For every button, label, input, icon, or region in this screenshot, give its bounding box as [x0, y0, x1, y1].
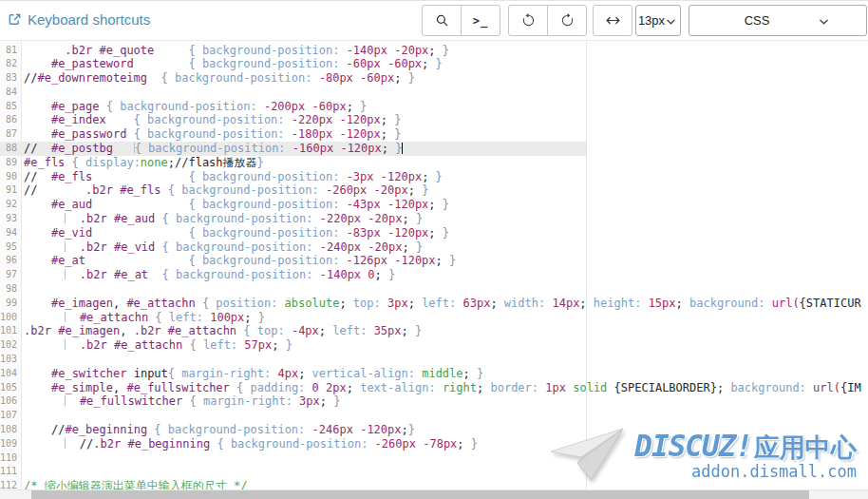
code-line[interactable]: 98: [0, 282, 868, 297]
chevron-down-icon: [667, 19, 675, 25]
code-line[interactable]: 100 #e_attachn { left: 100px; }: [0, 311, 868, 325]
horizontal-scrollbar-thumb[interactable]: [31, 490, 809, 499]
line-content: #e_index { background-position: -220px -…: [21, 113, 868, 127]
code-line[interactable]: 86 #e_index { background-position: -220p…: [0, 113, 868, 127]
line-number: 100: [0, 311, 21, 325]
syntax-select[interactable]: CSS: [689, 5, 867, 36]
code-line[interactable]: 99 #e_imagen, #e_attachn { position: abs…: [0, 297, 868, 311]
code-line[interactable]: 108 //#e_beginning { background-position…: [0, 423, 868, 437]
line-content: #e_page { background-position: -200px -6…: [21, 100, 868, 114]
external-link-icon: [8, 12, 22, 27]
code-line[interactable]: 87 #e_password { background-position: -1…: [0, 127, 868, 142]
font-size-value: 13px: [638, 13, 665, 28]
line-content: .b2r #e_vid { background-position: -240p…: [21, 240, 868, 255]
code-line[interactable]: 96 #e_at { background-position: -126px -…: [0, 254, 868, 268]
code-line[interactable]: 90// #e_fls { background-position: -3px …: [0, 170, 868, 184]
line-content: #e_vid { background-position: -83px -120…: [21, 226, 868, 240]
syntax-value: CSS: [745, 13, 770, 28]
line-content: #e_fullswitcher { margin-right: 3px; }: [21, 394, 868, 409]
line-content: #e_simple, #e_fullswitcher { padding: 0 …: [21, 381, 868, 395]
line-content: .b2r #e_attachn { left: 57px; }: [21, 338, 868, 353]
line-number: 97: [0, 268, 21, 282]
code-editor-panel: Keyboard shortcuts >_: [0, 0, 868, 499]
terminal-button[interactable]: >_: [461, 5, 500, 36]
line-number: 101: [0, 324, 21, 338]
line-number: 83: [0, 71, 21, 86]
line-content: .b2r #e_at { background-position: -140px…: [21, 268, 868, 282]
text-cursor: [402, 143, 403, 154]
line-number: 90: [0, 170, 21, 184]
search-button[interactable]: [422, 5, 462, 36]
code-editor[interactable]: 81 .b2r #e_quote { background-position: …: [0, 41, 868, 499]
line-number: 81: [0, 44, 21, 58]
undo-button[interactable]: [508, 5, 548, 36]
line-number: 84: [0, 86, 21, 100]
line-content: .b2r #e_aud { background-position: -220p…: [21, 212, 868, 226]
code-line[interactable]: 106 #e_fullswitcher { margin-right: 3px;…: [0, 394, 868, 409]
line-content: // #e_fls { background-position: -3px -1…: [21, 170, 868, 184]
code-line[interactable]: 93 .b2r #e_aud { background-position: -2…: [0, 212, 868, 226]
code-line[interactable]: 92 #e_aud { background-position: -43px -…: [0, 198, 868, 212]
line-number: 107: [0, 409, 21, 423]
line-content: #e_fls { display:none;//flash播放器}: [21, 156, 868, 170]
line-content: // .b2r #e_fls { background-position: -2…: [21, 183, 868, 198]
line-number: 85: [0, 100, 21, 114]
code-line[interactable]: 107: [0, 409, 868, 423]
line-content: [21, 353, 868, 367]
line-number: 94: [0, 226, 21, 240]
line-number: 95: [0, 240, 21, 255]
code-line[interactable]: 109 //.b2r #e_beginning { background-pos…: [0, 437, 868, 451]
toolbar: Keyboard shortcuts >_: [0, 1, 868, 41]
code-line[interactable]: 104 #e_switcher input{ margin-right: 4px…: [0, 367, 868, 381]
keyboard-shortcuts-link[interactable]: Keyboard shortcuts: [8, 11, 150, 28]
line-number: 89: [0, 156, 21, 170]
line-content: [21, 451, 868, 466]
code-line[interactable]: 103: [0, 353, 868, 367]
redo-icon: [560, 13, 575, 28]
undo-icon: [521, 13, 536, 28]
line-content: #e_password { background-position: -180p…: [21, 127, 868, 142]
font-size-select[interactable]: 13px: [635, 5, 681, 36]
code-line[interactable]: 97 .b2r #e_at { background-position: -14…: [0, 268, 868, 282]
code-line[interactable]: 105 #e_simple, #e_fullswitcher { padding…: [0, 381, 868, 395]
code-line[interactable]: 95 .b2r #e_vid { background-position: -2…: [0, 240, 868, 255]
code-line[interactable]: 82 #e_pasteword { background-position: -…: [0, 57, 868, 71]
horizontal-arrow-icon: [605, 13, 621, 28]
code-line[interactable]: 101.b2r #e_imagen, .b2r #e_attachn { top…: [0, 324, 868, 338]
code-lines: 81 .b2r #e_quote { background-position: …: [0, 41, 868, 493]
line-number: 92: [0, 198, 21, 212]
code-line[interactable]: 89#e_fls { display:none;//flash播放器}: [0, 156, 868, 170]
code-line[interactable]: 91// .b2r #e_fls { background-position: …: [0, 183, 868, 198]
code-line[interactable]: 102 .b2r #e_attachn { left: 57px; }: [0, 338, 868, 353]
code-line[interactable]: 110: [0, 451, 868, 466]
code-line[interactable]: 83//#e_downremoteimg { background-positi…: [0, 71, 868, 86]
horizontal-scrollbar[interactable]: [0, 489, 868, 499]
line-content: #e_aud { background-position: -43px -120…: [21, 198, 868, 212]
line-number: 88: [0, 142, 21, 156]
code-line[interactable]: 94 #e_vid { background-position: -83px -…: [0, 226, 868, 240]
line-number: 82: [0, 57, 21, 71]
code-line[interactable]: 81 .b2r #e_quote { background-position: …: [0, 44, 868, 58]
line-number: 99: [0, 297, 21, 311]
line-content: //#e_beginning { background-position: -2…: [21, 423, 868, 437]
code-line[interactable]: 88// #e_postbg { background-position: -1…: [0, 142, 868, 156]
code-line[interactable]: 111: [0, 465, 868, 479]
line-content: #e_at { background-position: -126px -120…: [21, 254, 868, 268]
line-number: 87: [0, 127, 21, 142]
width-toggle-button[interactable]: [593, 5, 632, 36]
search-terminal-group: >_: [422, 5, 500, 36]
redo-button[interactable]: [547, 5, 587, 36]
line-content: .b2r #e_quote { background-position: -14…: [21, 44, 868, 58]
line-number: 106: [0, 394, 21, 409]
line-number: 104: [0, 367, 21, 381]
line-content: //#e_downremoteimg { background-position…: [21, 71, 868, 86]
code-line[interactable]: 84: [0, 86, 868, 100]
line-number: 109: [0, 437, 21, 451]
search-icon: [435, 13, 449, 28]
line-number: 86: [0, 113, 21, 127]
terminal-icon: >_: [473, 14, 488, 28]
line-number: 110: [0, 451, 21, 466]
line-content: [21, 409, 868, 423]
line-number: 91: [0, 183, 21, 198]
code-line[interactable]: 85 #e_page { background-position: -200px…: [0, 100, 868, 114]
